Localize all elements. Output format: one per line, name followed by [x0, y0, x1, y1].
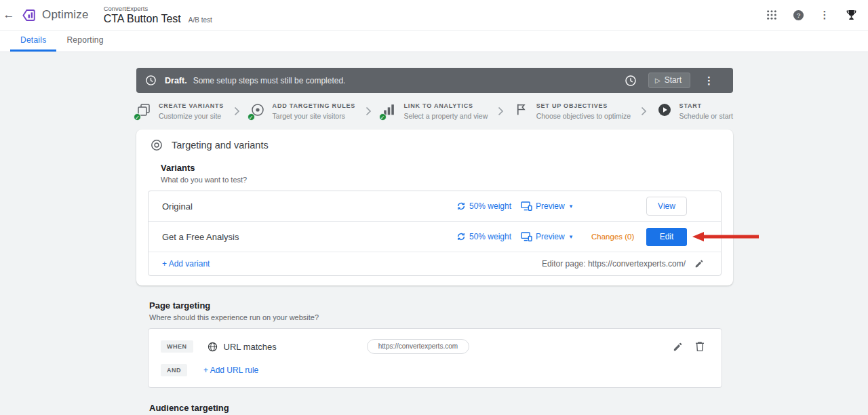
page-title: CTA Button Test: [104, 12, 181, 25]
app-name: Optimize: [42, 8, 89, 22]
container-name: ConvertExperts: [104, 5, 212, 12]
table-row: Get a Free Analysis 50% weight: [149, 222, 721, 252]
preview-label: Preview: [536, 232, 565, 241]
add-variant-link[interactable]: + Add variant: [162, 259, 542, 269]
main-content: Draft. Some setup steps must still be co…: [136, 52, 733, 415]
tab-reporting[interactable]: Reporting: [56, 31, 113, 52]
more-options-icon[interactable]: ⋮: [817, 7, 832, 22]
tab-details[interactable]: Details: [10, 31, 56, 52]
targeting-rules-icon: ✓: [250, 102, 267, 119]
step-subtitle: Customize your site: [159, 112, 224, 120]
step-subtitle: Choose objectives to optimize: [536, 112, 631, 120]
chevron-down-icon: ▾: [570, 203, 573, 210]
optimize-logo-icon: [20, 7, 37, 24]
weight-label: 50% weight: [469, 232, 511, 241]
weight-split-icon: [456, 201, 466, 211]
preview-devices-icon: [521, 201, 532, 211]
rule-type-label: URL matches: [224, 342, 277, 352]
tab-bar: Details Reporting: [0, 31, 868, 52]
step-title: START: [679, 102, 733, 109]
weight-control[interactable]: 50% weight: [450, 232, 514, 241]
table-row: Original 50% weight: [149, 191, 721, 222]
bullseye-icon: [151, 139, 163, 151]
experience-type-label: A/B test: [189, 16, 212, 24]
step-add-targeting-rules: ✓ ADD TARGETING RULES Target your site v…: [250, 102, 356, 120]
page-targeting-heading: Page targeting: [149, 300, 733, 311]
step-subtitle: Target your site visitors: [273, 112, 356, 120]
variants-subtext: What do you want to test?: [161, 176, 722, 184]
check-icon: ✓: [379, 113, 387, 121]
setup-steps: ✓ CREATE VARIANTS Customize your site ✓ …: [136, 102, 733, 120]
table-row: + Add variant Editor page: https://conve…: [149, 252, 721, 275]
status-message: Some setup steps must still be completed…: [193, 76, 346, 85]
step-set-up-objectives: SET UP OBJECTIVES Choose objectives to o…: [514, 102, 631, 120]
step-subtitle: Schedule or start: [679, 112, 733, 120]
variant-name: Original: [162, 201, 450, 212]
preview-control[interactable]: Preview ▾: [514, 201, 582, 211]
preview-devices-icon: [521, 232, 532, 241]
step-title: CREATE VARIANTS: [159, 102, 224, 109]
step-start: START Schedule or start: [657, 102, 733, 120]
chevron-right-icon: [234, 106, 240, 116]
and-chip: AND: [161, 364, 187, 376]
variant-name: Get a Free Analysis: [162, 232, 450, 242]
globe-icon: [208, 342, 218, 352]
when-chip: WHEN: [161, 340, 193, 353]
edit-button[interactable]: Edit: [646, 228, 687, 246]
editor-page-text: Editor page: https://convertexperts.com/: [542, 259, 686, 269]
preview-control[interactable]: Preview ▾: [514, 232, 582, 241]
step-title: LINK TO ANALYTICS: [404, 102, 488, 109]
annotation-arrow: [692, 232, 759, 241]
check-icon: ✓: [248, 113, 255, 121]
app-header: ← Optimize ConvertExperts CTA Button Tes…: [0, 0, 868, 31]
edit-pencil-icon[interactable]: [694, 259, 704, 269]
editor-page-label: Editor page:: [542, 259, 586, 269]
trophy-icon[interactable]: [844, 7, 859, 22]
start-button[interactable]: ▷ Start: [648, 73, 690, 88]
edit-rule-pencil-icon[interactable]: [673, 342, 683, 352]
svg-text:?: ?: [796, 11, 800, 18]
step-create-variants: ✓ CREATE VARIANTS Customize your site: [136, 102, 224, 120]
start-play-icon: [657, 102, 673, 119]
step-title: ADD TARGETING RULES: [273, 102, 356, 109]
page-targeting-subtext: Where should this experience run on your…: [149, 313, 733, 321]
optimize-logo: [20, 7, 37, 24]
delete-rule-trash-icon[interactable]: [695, 341, 705, 352]
create-variants-icon: ✓: [136, 102, 153, 119]
step-link-to-analytics: ✓ LINK TO ANALYTICS Select a property an…: [382, 102, 488, 120]
banner-more-icon[interactable]: ⋮: [704, 75, 714, 87]
changes-link[interactable]: Changes (0): [582, 233, 646, 241]
start-button-label: Start: [665, 75, 682, 85]
analytics-icon: ✓: [382, 102, 398, 119]
experience-title-block: ConvertExperts CTA Button Test A/B test: [104, 5, 212, 25]
chevron-right-icon: [641, 106, 647, 116]
rule-value-pill: https://convertexperts.com: [367, 339, 469, 354]
step-title: SET UP OBJECTIVES: [536, 102, 631, 109]
weight-control[interactable]: 50% weight: [450, 201, 514, 211]
weight-label: 50% weight: [469, 201, 511, 211]
step-subtitle: Select a property and view: [404, 112, 488, 120]
audience-targeting-heading: Audience targeting: [149, 403, 733, 413]
add-url-rule-link[interactable]: + Add URL rule: [203, 365, 258, 375]
help-icon[interactable]: ?: [791, 7, 806, 22]
editor-page-url: https://convertexperts.com/: [588, 259, 686, 269]
view-button[interactable]: View: [646, 197, 687, 216]
flag-icon: [514, 102, 530, 119]
chevron-right-icon: [498, 106, 504, 116]
targeting-and-variants-card: Targeting and variants Variants What do …: [136, 130, 733, 285]
weight-split-icon: [456, 232, 466, 241]
status-label: Draft.: [165, 76, 187, 85]
status-clock-icon: [145, 75, 157, 86]
chevron-right-icon: [366, 106, 372, 116]
draft-status-banner: Draft. Some setup steps must still be co…: [136, 68, 733, 93]
variants-table: Original 50% weight: [148, 191, 722, 276]
page-targeting-rules-box: WHEN URL matches https://convertexperts.…: [148, 328, 722, 388]
variants-heading: Variants: [161, 163, 722, 173]
preview-label: Preview: [536, 201, 565, 211]
schedule-clock-icon[interactable]: [625, 75, 637, 87]
apps-grid-icon[interactable]: [764, 7, 779, 22]
back-icon[interactable]: ←: [0, 8, 18, 22]
chevron-down-icon: ▾: [570, 233, 573, 240]
card-title: Targeting and variants: [172, 140, 269, 151]
check-icon: ✓: [134, 113, 141, 121]
